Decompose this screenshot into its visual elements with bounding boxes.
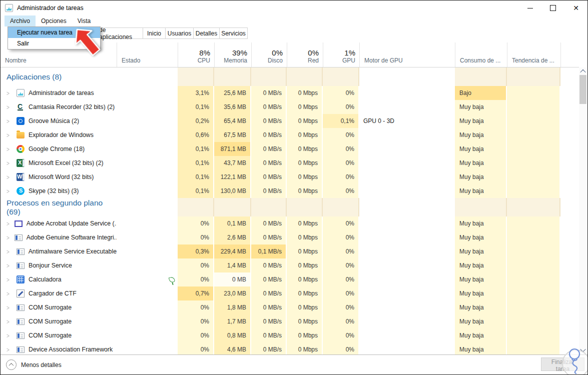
gpu-cell: 0% [323, 258, 359, 272]
process-name: Bonjour Service [29, 262, 72, 269]
close-button[interactable]: ✕ [564, 0, 587, 16]
expand-chevron-icon[interactable]: > [7, 234, 10, 241]
scrollbar[interactable] [579, 68, 587, 354]
usage-percent-cpu: 8% [178, 48, 214, 57]
column-header-motor-de-gpu[interactable]: Motor de GPU [359, 42, 455, 67]
column-header-gpu[interactable]: 1%GPU [323, 42, 359, 67]
tab-inicio[interactable]: Inicio [143, 28, 166, 39]
gpu-cell: 0% [323, 184, 359, 198]
process-row[interactable]: >COM Surrogate0%1,7 MB0 MB/s0 Mbps0%Muy … [1, 314, 579, 328]
process-row[interactable]: >Cargador de CTF0,7%23,0 MB0 MB/s0 Mbps0… [1, 286, 579, 300]
expand-chevron-icon[interactable]: > [7, 188, 12, 194]
expand-chevron-icon[interactable]: > [7, 248, 12, 255]
process-row[interactable]: >Explorador de Windows0,6%67,5 MB0 MB/s0… [1, 128, 579, 142]
column-header-estado[interactable]: Estado [117, 42, 178, 67]
process-row[interactable]: >Antimalware Service Executable0,3%229,4… [1, 244, 579, 258]
process-row[interactable]: >Camtasia Recorder (32 bits) (2)0,1%35,6… [1, 100, 579, 114]
cpu-cell: 0% [178, 342, 214, 354]
network-cell: 0 Mbps [287, 216, 323, 230]
gpu-cell: 0% [323, 314, 359, 328]
status-cell [117, 128, 178, 142]
expand-chevron-icon[interactable]: > [7, 146, 12, 152]
column-header-red[interactable]: 0%Red [287, 42, 323, 67]
memory-cell: 229,4 MB [214, 244, 251, 258]
expand-chevron-icon[interactable]: > [7, 90, 12, 96]
process-row[interactable]: >Google Chrome (18)0,1%871,1 MB0 MB/s0 M… [1, 142, 579, 156]
process-row[interactable]: >Adobe Acrobat Update Service (...0%0,1 … [1, 216, 579, 230]
maximize-button[interactable] [541, 0, 564, 16]
expand-chevron-icon[interactable]: > [7, 290, 12, 297]
expand-chevron-icon[interactable]: > [7, 174, 12, 180]
suspended-leaf-icon [169, 276, 175, 282]
column-header-disco[interactable]: 0%Disco [251, 42, 287, 67]
tab-usuarios[interactable]: Usuarios [165, 28, 194, 39]
folder-icon [17, 132, 25, 138]
network-cell: 0 Mbps [287, 328, 323, 342]
process-row[interactable]: >COM Surrogate0%0,8 MB0 MB/s0 Mbps0%Muy … [1, 328, 579, 342]
expand-chevron-icon[interactable]: > [7, 160, 12, 166]
cpu-cell: 0% [178, 216, 214, 230]
memory-cell: 43,7 MB [214, 156, 251, 170]
column-header-cpu[interactable]: 8%CPU [178, 42, 214, 67]
status-cell [117, 258, 178, 272]
memory-cell: 1,4 MB [214, 258, 251, 272]
process-name: Microsoft Word (32 bits) [29, 174, 94, 180]
network-cell: 0 Mbps [287, 184, 323, 198]
expand-chevron-icon[interactable]: > [7, 332, 12, 339]
process-row[interactable]: >Microsoft Excel (32 bits) (2)0,1%43,7 M… [1, 156, 579, 170]
status-cell [117, 272, 178, 286]
network-cell: 0 Mbps [287, 156, 323, 170]
gpu-engine-cell [359, 300, 455, 314]
cpu-cell: 0,7% [178, 286, 214, 300]
power-trend-cell [507, 128, 560, 142]
expand-chevron-icon[interactable]: > [7, 276, 12, 283]
group-title: Procesos en segundo plano (69) [1, 198, 117, 216]
process-list: Aplicaciones (8)>Administrador de tareas… [1, 68, 579, 354]
process-row[interactable]: >Adobe Genuine Software Integri...0%2,6 … [1, 230, 579, 244]
gpu-engine-cell [359, 86, 455, 100]
column-header-consumo[interactable]: Consumo de ... [455, 42, 507, 67]
process-row[interactable]: >Microsoft Word (32 bits)0,1%122,1 MB0 M… [1, 170, 579, 184]
disk-cell: 0 MB/s [251, 328, 287, 342]
expand-chevron-icon[interactable]: > [7, 220, 10, 227]
process-row[interactable]: >Device Association Framework0%4,6 MB0 M… [1, 342, 579, 354]
expand-chevron-icon[interactable]: > [7, 262, 12, 269]
menubar-item-opciones[interactable]: Opciones [36, 16, 72, 26]
process-row[interactable]: >Administrador de tareas3,1%25,6 MB0 MB/… [1, 86, 579, 100]
scrollbar-thumb[interactable] [579, 75, 586, 104]
cpu-cell: 0,1% [178, 142, 214, 156]
expand-chevron-icon[interactable]: > [7, 118, 12, 124]
power-usage-cell: Muy baja [455, 300, 507, 314]
menubar-item-archivo[interactable]: Archivo [5, 16, 36, 26]
disk-cell: 0 MB/s [251, 86, 287, 100]
column-header-memoria[interactable]: 39%Memoria [214, 42, 251, 67]
column-header-tendencia[interactable]: Tendencia de ... [507, 42, 560, 67]
tab-de-aplicaciones[interactable]: de aplicaciones [99, 28, 143, 39]
expand-chevron-icon[interactable]: > [7, 304, 12, 311]
minimize-button[interactable] [518, 0, 541, 16]
gpu-cell: 0% [323, 286, 359, 300]
network-cell: 0 Mbps [287, 258, 323, 272]
expand-chevron-icon[interactable]: > [7, 318, 12, 325]
expand-chevron-icon[interactable]: > [7, 346, 12, 353]
process-row[interactable]: >Skype (32 bits) (3)0,1%130,0 MB0 MB/s0 … [1, 184, 579, 198]
winapp-icon [17, 346, 25, 353]
task-manager-window: Administrador de tareas ✕ ArchivoOpcione… [0, 0, 588, 375]
group-header-row[interactable]: Procesos en segundo plano (69) [1, 198, 579, 216]
tab-detalles[interactable]: Detalles [193, 28, 220, 39]
network-cell: 0 Mbps [287, 314, 323, 328]
power-usage-cell: Bajo [455, 86, 507, 100]
group-header-row[interactable]: Aplicaciones (8) [1, 68, 579, 86]
process-row[interactable]: >Bonjour Service0%1,4 MB0 MB/s0 Mbps0%Mu… [1, 258, 579, 272]
power-usage-cell: Muy baja [455, 244, 507, 258]
gpu-cell: 0% [323, 272, 359, 286]
less-details-toggle[interactable]: Menos detalles [6, 360, 62, 370]
process-row[interactable]: >Calculadora0%0 MB0 MB/s0 Mbps0%Muy baja [1, 272, 579, 286]
expand-chevron-icon[interactable]: > [7, 104, 12, 110]
expand-chevron-icon[interactable]: > [7, 132, 12, 138]
tab-servicios[interactable]: Servicios [219, 28, 248, 39]
status-cell [117, 342, 178, 354]
scroll-up-arrow-icon[interactable] [579, 68, 587, 75]
process-row[interactable]: >COM Surrogate0%1,8 MB0 MB/s0 Mbps0%Muy … [1, 300, 579, 314]
process-row[interactable]: >Groove Música (2)0,2%65,4 MB0 MB/s0 Mbp… [1, 114, 579, 128]
